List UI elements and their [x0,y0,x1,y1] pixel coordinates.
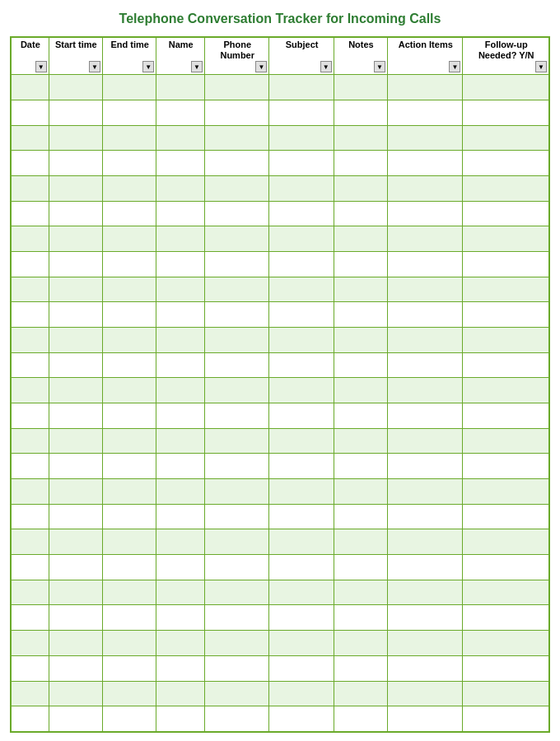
cell-start-22[interactable] [49,631,102,656]
cell-notes-18[interactable] [334,529,387,555]
cell-end-0[interactable] [103,75,156,100]
cell-followup-14[interactable] [463,428,549,454]
cell-followup-20[interactable] [463,580,549,605]
cell-action-7[interactable] [388,252,463,277]
cell-followup-13[interactable] [463,403,549,429]
cell-subject-7[interactable] [269,252,334,277]
cell-action-6[interactable] [388,226,463,252]
cell-name-21[interactable] [156,605,205,631]
cell-start-23[interactable] [49,655,102,681]
cell-followup-8[interactable] [463,277,549,302]
cell-date-14[interactable] [12,428,49,454]
cell-phone-21[interactable] [205,605,269,631]
cell-notes-15[interactable] [334,454,387,479]
cell-phone-7[interactable] [205,252,269,277]
cell-action-11[interactable] [388,352,463,378]
cell-action-16[interactable] [388,479,463,505]
cell-end-23[interactable] [103,655,156,681]
cell-start-12[interactable] [49,378,102,403]
cell-name-1[interactable] [156,100,205,126]
cell-subject-9[interactable] [269,302,334,328]
cell-end-3[interactable] [103,151,156,176]
cell-notes-12[interactable] [334,378,387,403]
cell-name-6[interactable] [156,226,205,252]
cell-name-19[interactable] [156,555,205,580]
cell-phone-18[interactable] [205,529,269,555]
cell-subject-2[interactable] [269,125,334,151]
cell-phone-5[interactable] [205,201,269,226]
cell-date-1[interactable] [12,100,49,126]
cell-name-22[interactable] [156,631,205,656]
cell-subject-10[interactable] [269,328,334,353]
cell-start-19[interactable] [49,555,102,580]
cell-date-13[interactable] [12,403,49,429]
cell-name-4[interactable] [156,176,205,202]
cell-phone-4[interactable] [205,176,269,202]
filter-button-date[interactable]: ▼ [35,61,47,72]
cell-followup-23[interactable] [463,655,549,681]
filter-button-subject[interactable]: ▼ [320,61,332,72]
cell-action-12[interactable] [388,378,463,403]
cell-subject-0[interactable] [269,75,334,100]
cell-subject-23[interactable] [269,655,334,681]
cell-name-25[interactable] [156,706,205,732]
cell-date-24[interactable] [12,681,49,706]
cell-end-25[interactable] [103,706,156,732]
cell-followup-19[interactable] [463,555,549,580]
cell-start-25[interactable] [49,706,102,732]
cell-name-14[interactable] [156,428,205,454]
cell-action-20[interactable] [388,580,463,605]
cell-start-5[interactable] [49,201,102,226]
cell-start-2[interactable] [49,125,102,151]
cell-name-18[interactable] [156,529,205,555]
filter-button-end[interactable]: ▼ [142,61,154,72]
cell-notes-5[interactable] [334,201,387,226]
cell-action-24[interactable] [388,681,463,706]
cell-subject-24[interactable] [269,681,334,706]
cell-start-18[interactable] [49,529,102,555]
cell-notes-17[interactable] [334,504,387,529]
cell-subject-25[interactable] [269,706,334,732]
cell-phone-20[interactable] [205,580,269,605]
cell-start-9[interactable] [49,302,102,328]
cell-subject-4[interactable] [269,176,334,202]
cell-phone-17[interactable] [205,504,269,529]
cell-notes-21[interactable] [334,605,387,631]
cell-date-25[interactable] [12,706,49,732]
cell-notes-19[interactable] [334,555,387,580]
cell-followup-16[interactable] [463,479,549,505]
cell-phone-13[interactable] [205,403,269,429]
cell-notes-10[interactable] [334,328,387,353]
cell-phone-25[interactable] [205,706,269,732]
cell-end-5[interactable] [103,201,156,226]
cell-name-15[interactable] [156,454,205,479]
cell-followup-25[interactable] [463,706,549,732]
cell-date-8[interactable] [12,277,49,302]
cell-date-7[interactable] [12,252,49,277]
cell-start-8[interactable] [49,277,102,302]
cell-start-17[interactable] [49,504,102,529]
cell-followup-15[interactable] [463,454,549,479]
cell-action-0[interactable] [388,75,463,100]
filter-button-name[interactable]: ▼ [191,61,203,72]
cell-name-12[interactable] [156,378,205,403]
cell-date-5[interactable] [12,201,49,226]
cell-action-2[interactable] [388,125,463,151]
cell-date-11[interactable] [12,352,49,378]
cell-phone-9[interactable] [205,302,269,328]
cell-phone-10[interactable] [205,328,269,353]
cell-notes-14[interactable] [334,428,387,454]
cell-date-2[interactable] [12,125,49,151]
cell-phone-11[interactable] [205,352,269,378]
cell-phone-0[interactable] [205,75,269,100]
cell-date-0[interactable] [12,75,49,100]
cell-date-15[interactable] [12,454,49,479]
cell-date-3[interactable] [12,151,49,176]
cell-subject-3[interactable] [269,151,334,176]
cell-start-7[interactable] [49,252,102,277]
cell-start-4[interactable] [49,176,102,202]
cell-end-1[interactable] [103,100,156,126]
cell-name-8[interactable] [156,277,205,302]
cell-subject-8[interactable] [269,277,334,302]
cell-action-9[interactable] [388,302,463,328]
